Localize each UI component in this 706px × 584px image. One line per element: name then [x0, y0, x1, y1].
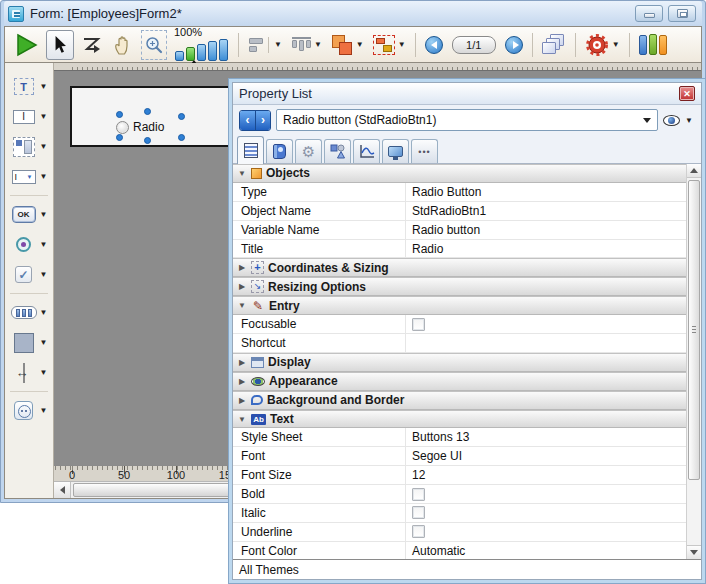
tool-radio-button[interactable]: ▼: [6, 231, 52, 258]
page-previous-button[interactable]: [423, 30, 445, 60]
chevron-down-icon[interactable]: ▼: [40, 142, 48, 151]
distribute-button[interactable]: ▼: [289, 30, 324, 60]
property-value-cell[interactable]: [405, 334, 686, 352]
property-value-cell[interactable]: 12: [405, 466, 686, 484]
property-value-cell[interactable]: Radio Button: [405, 183, 686, 201]
scroll-left-icon[interactable]: [54, 482, 71, 498]
property-list-titlebar[interactable]: Property List ✕: [233, 83, 701, 105]
tab-settings[interactable]: ⚙: [295, 139, 322, 163]
chevron-down-icon[interactable]: ▼: [40, 210, 48, 219]
collapse-triangle-icon[interactable]: ▼: [233, 415, 251, 424]
property-group-row[interactable]: ▼AbText: [233, 410, 686, 429]
tab-all-properties[interactable]: [237, 136, 264, 164]
tool-check-box[interactable]: ✓▼: [6, 261, 52, 288]
expand-triangle-icon[interactable]: ▶: [233, 282, 251, 291]
tool-button[interactable]: OK▼: [6, 201, 52, 228]
chevron-down-icon[interactable]: ▼: [398, 40, 406, 49]
chevron-down-icon[interactable]: ▼: [40, 270, 48, 279]
selection-handle[interactable]: [144, 137, 151, 144]
tool-plugin-area[interactable]: ▼: [6, 397, 52, 424]
property-group-row[interactable]: ▶Display: [233, 353, 686, 372]
property-value-cell[interactable]: Radio button: [405, 221, 686, 239]
checkbox-unchecked[interactable]: [412, 506, 425, 519]
zoom-bar-200[interactable]: [197, 44, 206, 61]
property-value-cell[interactable]: Radio: [405, 240, 686, 258]
chevron-down-icon[interactable]: ▼: [314, 40, 322, 49]
run-form-button[interactable]: [11, 30, 41, 60]
vertical-scrollbar[interactable]: [686, 164, 701, 559]
zoom-bar-800[interactable]: [219, 39, 228, 61]
property-row[interactable]: Underline: [233, 523, 686, 542]
tool-splitter[interactable]: ▼: [6, 359, 52, 386]
pan-hand-button[interactable]: [110, 30, 136, 60]
entry-order-button[interactable]: [79, 30, 105, 60]
property-value-cell[interactable]: [405, 315, 686, 333]
property-value-cell[interactable]: Buttons 13: [405, 428, 686, 446]
property-row[interactable]: Variable NameRadio button: [233, 221, 686, 240]
chevron-down-icon[interactable]: ▼: [40, 338, 48, 347]
radio-button-object[interactable]: Radio: [116, 120, 164, 134]
expand-triangle-icon[interactable]: ▶: [233, 377, 251, 386]
property-row[interactable]: Font ColorAutomatic: [233, 542, 686, 559]
actions-gear-button[interactable]: ▼: [583, 30, 622, 60]
maximize-button[interactable]: [668, 5, 696, 22]
library-books-button[interactable]: [637, 30, 669, 60]
selection-handle[interactable]: [178, 113, 185, 120]
chevron-down-icon[interactable]: ▼: [40, 240, 48, 249]
tab-display-monitor[interactable]: [382, 139, 409, 163]
align-button[interactable]: ▼: [246, 30, 284, 60]
selection-handle[interactable]: [144, 108, 151, 115]
zoom-magnifier-button[interactable]: [141, 30, 167, 60]
zoom-bars-widget[interactable]: 100%: [172, 29, 231, 61]
tab-theme-book[interactable]: [266, 139, 293, 163]
property-value-cell[interactable]: [405, 504, 686, 522]
chevron-down-icon[interactable]: ▼: [356, 40, 364, 49]
chevron-down-icon[interactable]: ▼: [40, 308, 48, 317]
checkbox-unchecked[interactable]: [412, 525, 425, 538]
zoom-bar-50[interactable]: [175, 51, 184, 61]
expand-triangle-icon[interactable]: ▶: [233, 396, 251, 405]
property-group-row[interactable]: ▶Appearance: [233, 372, 686, 391]
selection-handle[interactable]: [116, 111, 123, 118]
property-row[interactable]: Bold: [233, 485, 686, 504]
property-row[interactable]: FontSegoe UI: [233, 447, 686, 466]
scrollbar-thumb[interactable]: [688, 180, 700, 480]
chevron-down-icon[interactable]: ▼: [40, 82, 48, 91]
view-options-button[interactable]: ▼: [663, 115, 695, 126]
zoom-bar-100-selected[interactable]: [186, 47, 195, 61]
property-value-cell[interactable]: Segoe UI: [405, 447, 686, 465]
scroll-up-icon[interactable]: [687, 164, 701, 178]
property-group-row[interactable]: ▶+Coordinates & Sizing: [233, 258, 686, 277]
property-group-row[interactable]: ▶Background and Border: [233, 391, 686, 410]
pages-button[interactable]: [540, 30, 568, 60]
scroll-down-icon[interactable]: [687, 545, 701, 559]
property-value-cell[interactable]: StdRadioBtn1: [405, 202, 686, 220]
chevron-down-icon[interactable]: ▼: [40, 406, 48, 415]
chevron-down-icon[interactable]: ▼: [40, 112, 48, 121]
tool-list-box[interactable]: ▼: [6, 133, 52, 160]
select-arrow-button[interactable]: [46, 30, 74, 60]
grouping-button[interactable]: ▼: [371, 30, 408, 60]
tool-text[interactable]: T▼: [6, 73, 52, 100]
chevron-down-icon[interactable]: ▼: [40, 172, 48, 181]
object-dropdown[interactable]: Radio button (StdRadioBtn1): [276, 109, 658, 131]
form-page[interactable]: Radio: [70, 86, 237, 147]
collapse-triangle-icon[interactable]: ▼: [233, 169, 251, 178]
checkbox-unchecked[interactable]: [412, 488, 425, 501]
property-row[interactable]: Object NameStdRadioBtn1: [233, 202, 686, 221]
property-group-row[interactable]: ▼Objects: [233, 164, 686, 183]
page-next-button[interactable]: [503, 30, 525, 60]
previous-object-button[interactable]: ‹: [240, 111, 255, 130]
close-button[interactable]: ✕: [679, 86, 695, 101]
property-row[interactable]: TypeRadio Button: [233, 183, 686, 202]
property-value-cell[interactable]: Automatic: [405, 542, 686, 559]
titlebar[interactable]: Form: [Employees]Form2*: [4, 1, 702, 26]
layering-button[interactable]: ▼: [329, 30, 366, 60]
tab-more[interactable]: •••: [411, 139, 438, 163]
minimize-button[interactable]: [635, 5, 663, 22]
chevron-down-icon[interactable]: ▼: [274, 40, 282, 49]
property-row[interactable]: Italic: [233, 504, 686, 523]
tab-events-chart[interactable]: [353, 139, 380, 163]
property-value-cell[interactable]: [405, 523, 686, 541]
collapse-triangle-icon[interactable]: ▼: [233, 301, 251, 310]
